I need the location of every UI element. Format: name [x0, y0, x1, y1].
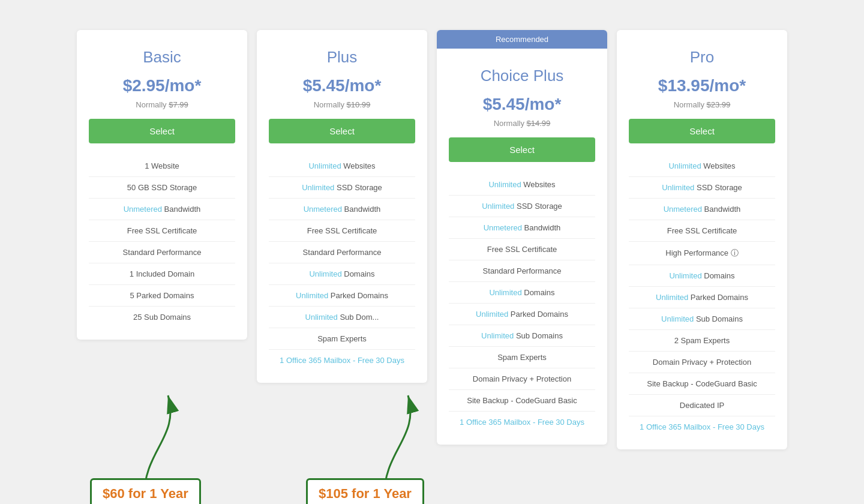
feature-item: Unmetered Bandwidth [89, 199, 235, 220]
feature-item: 1 Website [89, 155, 235, 177]
feature-item: Unmetered Bandwidth [269, 199, 415, 220]
feature-list-basic: 1 Website50 GB SSD StorageUnmetered Band… [89, 155, 235, 328]
feature-item: Domain Privacy + Protection [629, 352, 775, 373]
feature-list-pro: Unlimited WebsitesUnlimited SSD StorageU… [629, 155, 775, 437]
feature-item: Spam Experts [269, 328, 415, 350]
select-button-basic[interactable]: Select [89, 119, 235, 143]
feature-item: 50 GB SSD Storage [89, 177, 235, 199]
plan-normal-price-plus: Normally $10.99 [269, 100, 415, 109]
feature-list-plus: Unlimited WebsitesUnlimited SSD StorageU… [269, 155, 415, 371]
plan-name-basic: Basic [89, 48, 235, 67]
pricing-page: Basic$2.95/mo*Normally $7.99Select1 Webs… [72, 12, 792, 504]
feature-item: Free SSL Certificate [89, 220, 235, 242]
select-button-choice-plus[interactable]: Select [449, 137, 595, 162]
feature-item: 5 Parked Domains [89, 285, 235, 307]
feature-item: Unlimited Websites [269, 155, 415, 177]
feature-item: Site Backup - CodeGuard Basic [449, 390, 595, 412]
feature-item: Unmetered Bandwidth [449, 217, 595, 239]
feature-item: 2 Spam Experts [629, 330, 775, 352]
plan-price-choice-plus: $5.45/mo* [449, 95, 595, 114]
feature-item: 25 Sub Domains [89, 307, 235, 328]
feature-item: Unmetered Bandwidth [629, 199, 775, 220]
plan-price-basic: $2.95/mo* [89, 76, 235, 95]
feature-item: Site Backup - CodeGuard Basic [629, 373, 775, 395]
feature-item: Domain Privacy + Protection [449, 368, 595, 390]
feature-item: Standard Performance [269, 242, 415, 263]
feature-item: Unlimited Sub Domains [629, 308, 775, 330]
plan-price-pro: $13.95/mo* [629, 76, 775, 95]
plan-card-choice-plus: RecommendedChoice Plus$5.45/mo*Normally … [437, 30, 607, 445]
feature-item: 1 Office 365 Mailbox - Free 30 Days [449, 412, 595, 433]
plan-card-pro: Pro$13.95/mo*Normally $23.99SelectUnlimi… [617, 30, 787, 449]
feature-item: 1 Included Domain [89, 263, 235, 285]
feature-item: Unlimited Websites [449, 174, 595, 196]
plan-name-plus: Plus [269, 48, 415, 67]
feature-item: Unlimited Sub Domains [449, 325, 595, 347]
plan-normal-price-choice-plus: Normally $14.99 [449, 119, 595, 128]
plan-price-plus: $5.45/mo* [269, 76, 415, 95]
feature-item: Standard Performance [89, 242, 235, 263]
feature-item: Free SSL Certificate [449, 239, 595, 260]
feature-item: Unlimited Domains [449, 282, 595, 304]
basic-annotation: $60 for 1 Year [90, 478, 201, 504]
feature-item: Unlimited SSD Storage [629, 177, 775, 199]
feature-item: Unlimited SSD Storage [269, 177, 415, 199]
plan-card-basic: Basic$2.95/mo*Normally $7.99Select1 Webs… [77, 30, 247, 340]
feature-item: Unlimited Websites [629, 155, 775, 177]
plan-name-pro: Pro [629, 48, 775, 67]
plan-name-choice-plus: Choice Plus [449, 67, 595, 85]
feature-item: Unlimited Parked Domains [629, 287, 775, 308]
plan-card-plus: Plus$5.45/mo*Normally $10.99SelectUnlimi… [257, 30, 427, 383]
feature-item: Standard Performance [449, 260, 595, 282]
plan-normal-price-pro: Normally $23.99 [629, 100, 775, 109]
feature-item: Unlimited Parked Domains [449, 304, 595, 325]
select-button-pro[interactable]: Select [629, 119, 775, 143]
plus-annotation: $105 for 1 Year [306, 478, 424, 504]
feature-item: Spam Experts [449, 347, 595, 368]
feature-item: 1 Office 365 Mailbox - Free 30 Days [629, 416, 775, 437]
feature-item: Unlimited Domains [269, 263, 415, 285]
feature-list-choice-plus: Unlimited WebsitesUnlimited SSD StorageU… [449, 174, 595, 433]
feature-item: Unlimited Parked Domains [269, 285, 415, 307]
plan-normal-price-basic: Normally $7.99 [89, 100, 235, 109]
recommended-badge: Recommended [437, 30, 607, 49]
feature-item: Unlimited Sub Dom... [269, 307, 415, 328]
pricing-container: Basic$2.95/mo*Normally $7.99Select1 Webs… [72, 12, 792, 449]
feature-item: Free SSL Certificate [269, 220, 415, 242]
feature-item: Free SSL Certificate [629, 220, 775, 242]
feature-item: Dedicated IP [629, 395, 775, 416]
feature-item: Unlimited Domains [629, 265, 775, 287]
feature-item: Unlimited SSD Storage [449, 196, 595, 217]
feature-item: High Performance ⓘ [629, 242, 775, 265]
feature-item: 1 Office 365 Mailbox - Free 30 Days [269, 350, 415, 371]
select-button-plus[interactable]: Select [269, 119, 415, 143]
